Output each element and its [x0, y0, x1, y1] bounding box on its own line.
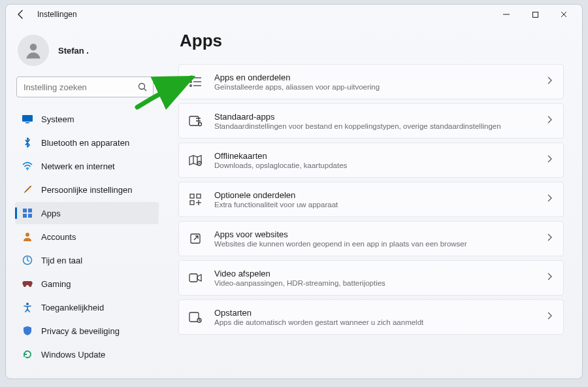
person-icon — [22, 231, 33, 243]
svg-rect-29 — [190, 194, 194, 198]
nav-gaming[interactable]: Gaming — [15, 273, 159, 295]
nav-label: Accounts — [41, 232, 76, 242]
grid-plus-icon — [187, 191, 204, 208]
apps-icon — [22, 207, 33, 219]
default-apps-icon — [187, 112, 204, 129]
nav-label: Netwerk en internet — [41, 161, 115, 171]
svg-rect-7 — [22, 115, 33, 122]
chevron-right-icon — [546, 154, 553, 166]
chevron-right-icon — [546, 233, 553, 244]
search-box[interactable] — [16, 76, 154, 97]
nav-label: Apps — [41, 209, 61, 218]
nav-accounts[interactable]: Accounts — [15, 226, 159, 248]
card-desc: Apps die automatisch worden gestart wann… — [214, 318, 536, 326]
card-offline-maps[interactable]: OfflinekaartenDownloads, opslaglocatie, … — [178, 143, 564, 178]
nav-label: Toegankelijkheid — [41, 303, 104, 312]
gamepad-icon — [22, 278, 33, 290]
card-desc: Downloads, opslaglocatie, kaartupdates — [214, 161, 536, 169]
card-desc: Standaardinstellingen voor bestand en ko… — [214, 122, 536, 130]
content-area: Apps Apps en onderdelenGeïnstalleerde ap… — [164, 24, 582, 379]
search-icon — [137, 82, 148, 95]
svg-rect-35 — [189, 274, 197, 282]
svg-rect-10 — [23, 209, 27, 212]
back-button[interactable] — [14, 7, 28, 22]
settings-window: Instellingen Stefan . — [5, 4, 583, 379]
nav-label: Bluetooth en apparaten — [41, 138, 129, 148]
nav-apps[interactable]: Apps — [15, 202, 159, 224]
nav-list: Systeem Bluetooth en apparaten Netwerk e… — [15, 108, 159, 365]
open-external-icon — [187, 230, 204, 247]
card-title: Offlinekaarten — [214, 151, 536, 161]
card-title: Apps voor websites — [214, 229, 536, 239]
svg-rect-12 — [23, 214, 27, 218]
chevron-right-icon — [546, 194, 553, 205]
clock-globe-icon — [22, 254, 33, 266]
svg-line-6 — [144, 89, 147, 92]
card-title: Apps en onderdelen — [214, 73, 536, 82]
svg-rect-1 — [532, 12, 538, 17]
svg-rect-30 — [197, 194, 201, 198]
nav-label: Persoonlijke instellingen — [41, 185, 132, 195]
nav-time[interactable]: Tijd en taal — [15, 249, 159, 271]
card-title: Video afspelen — [214, 269, 536, 278]
nav-label: Systeem — [41, 114, 74, 124]
nav-network[interactable]: Netwerk en internet — [15, 155, 159, 177]
svg-rect-13 — [28, 214, 32, 218]
svg-point-19 — [190, 81, 192, 83]
wifi-icon — [22, 160, 33, 172]
card-video-playback[interactable]: Video afspelenVideo-aanpassingen, HDR-st… — [178, 260, 564, 295]
card-desc: Websites die kunnen worden geopend in ee… — [214, 240, 536, 248]
nav-windows-update[interactable]: Windows Update — [15, 343, 159, 365]
title-bar: Instellingen — [6, 5, 582, 24]
map-icon — [187, 152, 204, 169]
card-default-apps[interactable]: Standaard-appsStandaardinstellingen voor… — [178, 103, 564, 139]
card-startup[interactable]: OpstartenApps die automatisch worden ges… — [178, 299, 564, 335]
nav-label: Gaming — [41, 279, 71, 289]
card-apps-websites[interactable]: Apps voor websitesWebsites die kunnen wo… — [178, 221, 564, 256]
minimize-button[interactable] — [492, 5, 521, 24]
window-controls — [492, 5, 578, 24]
card-desc: Extra functionaliteit voor uw apparaat — [214, 201, 536, 209]
svg-point-17 — [190, 77, 192, 79]
card-title: Standaard-apps — [214, 112, 536, 122]
nav-system[interactable]: Systeem — [15, 108, 159, 130]
maximize-button[interactable] — [521, 5, 549, 24]
svg-point-14 — [25, 233, 29, 237]
video-icon — [187, 269, 204, 286]
chevron-right-icon — [546, 76, 553, 88]
svg-point-5 — [139, 84, 145, 90]
nav-accessibility[interactable]: Toegankelijkheid — [15, 296, 159, 318]
svg-point-4 — [30, 44, 37, 51]
card-title: Opstarten — [214, 308, 536, 318]
accessibility-icon — [22, 301, 33, 313]
sidebar: Stefan . Systeem Bluetooth en apparat — [6, 24, 164, 379]
card-desc: Video-aanpassingen, HDR-streaming, batte… — [214, 279, 536, 287]
bluetooth-icon — [22, 137, 33, 148]
chevron-right-icon — [546, 311, 553, 323]
brush-icon — [22, 184, 33, 195]
window-title: Instellingen — [37, 10, 77, 19]
svg-rect-8 — [25, 122, 29, 124]
search-input[interactable] — [24, 82, 133, 92]
chevron-right-icon — [546, 272, 553, 284]
card-optional-features[interactable]: Optionele onderdelenExtra functionalitei… — [178, 182, 564, 217]
card-desc: Geïnstalleerde apps, aliassen voor app-u… — [214, 83, 536, 91]
card-apps-features[interactable]: Apps en onderdelenGeïnstalleerde apps, a… — [178, 64, 564, 99]
list-icon — [187, 73, 204, 90]
nav-bluetooth[interactable]: Bluetooth en apparaten — [15, 131, 159, 154]
svg-rect-31 — [190, 201, 194, 205]
svg-point-21 — [190, 85, 192, 87]
chevron-right-icon — [546, 115, 553, 127]
avatar — [18, 35, 49, 66]
nav-personalization[interactable]: Persoonlijke instellingen — [15, 178, 159, 201]
close-button[interactable] — [549, 5, 578, 24]
svg-point-16 — [26, 303, 29, 305]
nav-privacy[interactable]: Privacy & beveiliging — [15, 320, 159, 342]
card-title: Optionele onderdelen — [214, 190, 536, 200]
svg-point-9 — [27, 169, 28, 171]
startup-icon — [187, 309, 204, 326]
nav-label: Tijd en taal — [41, 256, 82, 265]
update-icon — [22, 348, 33, 360]
shield-icon — [22, 325, 33, 337]
profile-block[interactable]: Stefan . — [15, 29, 159, 75]
